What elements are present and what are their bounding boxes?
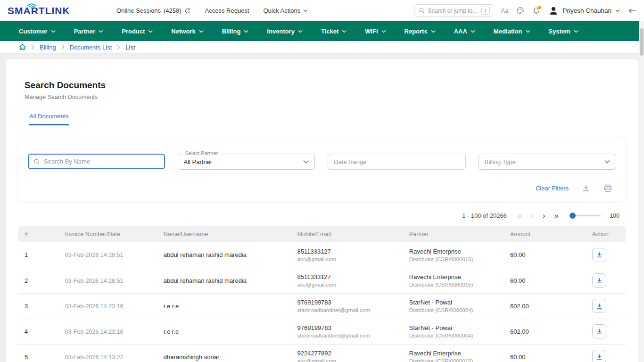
nav-item-label: Inventory <box>267 28 295 35</box>
nav-item-reports[interactable]: Reports <box>405 28 436 35</box>
download-document-button[interactable] <box>592 248 606 262</box>
next-page-button[interactable]: › <box>543 212 545 220</box>
first-page-button[interactable]: « <box>518 212 522 220</box>
download-document-button[interactable] <box>592 273 606 288</box>
nav-item-product[interactable]: Product <box>122 28 153 35</box>
refresh-icon[interactable] <box>184 8 191 14</box>
page-size-slider[interactable] <box>570 215 601 216</box>
billing-type-dropdown[interactable]: Billing Type <box>479 154 617 170</box>
table-row: 503-Feb-2026 14:13:22dharamshingh sonar9… <box>18 344 626 362</box>
nav-item-aaa[interactable]: AAA <box>454 28 475 35</box>
access-request-link[interactable]: Access Request <box>205 7 249 14</box>
mobile: 8511333127 <box>297 273 397 280</box>
nav-item-label: Mediation <box>494 28 522 35</box>
scrollbar-track[interactable] <box>639 21 644 362</box>
invoice-date: 03-Feb-2026 14:13:22 <box>65 354 124 361</box>
nav-item-label: Partner <box>74 28 96 35</box>
smartlink-logo[interactable]: SMARTLINK <box>8 5 90 16</box>
notifications-bell-icon[interactable] <box>532 7 540 15</box>
print-icon[interactable] <box>603 184 612 192</box>
nav-item-mediation[interactable]: Mediation <box>494 28 530 35</box>
nav-item-label: AAA <box>454 28 467 35</box>
cell-partner: Ravechi EnterpriseDistributor (CSR/00000… <box>404 268 504 293</box>
text-size-toggle[interactable]: Aa <box>501 7 509 14</box>
online-sessions-link[interactable]: Online Sessions (4258) <box>116 7 191 14</box>
partner-type: Distributor (CSR/0000015) <box>409 256 499 262</box>
search-icon <box>419 8 425 14</box>
cell-invoice-date: 03-Feb-2026 14:28:51 <box>59 242 158 268</box>
nav-item-partner[interactable]: Partner <box>74 28 104 35</box>
select-partner-dropdown[interactable]: Select Partner All Partner <box>178 154 315 170</box>
prev-page-button[interactable]: ‹ <box>531 212 534 220</box>
download-document-button[interactable] <box>592 324 606 338</box>
nav-item-label: Billing <box>222 28 241 35</box>
chevron-right-icon <box>61 45 65 49</box>
user-menu[interactable]: Priyesh Chauhan <box>548 6 620 16</box>
cell-invoice-date: 03-Feb-2026 14:28:51 <box>59 268 158 293</box>
home-icon[interactable] <box>19 44 26 50</box>
quick-actions-label: Quick Actions <box>263 7 300 14</box>
nav-item-system[interactable]: System <box>549 28 578 35</box>
customer-name: r.e r.e <box>164 303 179 310</box>
cell-name: abdul rehaman rashid maredia <box>158 268 292 293</box>
chevron-down-icon <box>574 30 578 33</box>
cell-partner: Ravechi EnterpriseDistributor (CSR/00000… <box>404 242 504 268</box>
chevron-down-icon <box>431 30 436 33</box>
cell-name: r.e r.e <box>158 319 292 344</box>
customer-name: dharamshingh sonar <box>164 354 220 361</box>
page-size-value: 100 <box>610 213 619 219</box>
table-body: 103-Feb-2026 14:28:51abdul rehaman rashi… <box>18 242 626 362</box>
table-header-row: #Invoice Number/DateName/UsernameMobile/… <box>18 226 626 242</box>
chevron-down-icon <box>148 30 153 33</box>
download-document-button[interactable] <box>592 350 606 362</box>
date-range-input[interactable] <box>328 154 466 170</box>
collapse-arrow-icon[interactable] <box>628 8 636 14</box>
nav-item-ticket[interactable]: Ticket <box>321 28 347 35</box>
clear-filters-button[interactable]: Clear Filters <box>536 185 569 192</box>
search-by-name-input[interactable] <box>44 158 159 165</box>
nav-item-billing[interactable]: Billing <box>222 28 249 35</box>
search-by-name-field[interactable] <box>28 154 165 169</box>
quick-actions-menu[interactable]: Quick Actions <box>263 7 308 14</box>
column-header: Mobile/Email <box>291 226 403 242</box>
select-partner-value: All Partner <box>184 158 213 165</box>
email: starbroadbandnet@gmail.com <box>297 333 397 338</box>
documents-table: #Invoice Number/DateName/UsernameMobile/… <box>18 226 626 362</box>
table-row: 403-Feb-2026 14:23:16r.e r.e9769199783st… <box>18 319 626 344</box>
nav-item-network[interactable]: Network <box>171 28 203 35</box>
breadcrumb-documents-list[interactable]: Documents List <box>70 44 112 51</box>
chevron-right-icon <box>117 45 120 49</box>
breadcrumb-billing[interactable]: Billing <box>40 44 56 51</box>
nav-item-label: WiFi <box>365 28 378 35</box>
chevron-down-icon <box>298 30 303 33</box>
nav-item-customer[interactable]: Customer <box>19 28 56 35</box>
customer-name: abdul rehaman rashid maredia <box>164 277 247 284</box>
amount: 60.00 <box>510 277 526 284</box>
nav-item-label: Ticket <box>321 28 339 35</box>
global-search-box[interactable]: / <box>414 4 493 17</box>
cell-partner: StarNet - PowaiDistributor (CSR/0000004) <box>404 293 504 319</box>
amount: 60.00 <box>510 251 526 258</box>
cell-name: dharamshingh sonar <box>158 344 292 362</box>
last-page-button[interactable]: » <box>554 212 559 220</box>
cell-action <box>586 293 626 319</box>
scrollbar-thumb[interactable] <box>640 28 644 56</box>
global-search-input[interactable] <box>428 8 478 14</box>
page-size-slider-handle[interactable] <box>570 213 576 219</box>
download-document-button[interactable] <box>592 299 606 313</box>
cell-name: r.e r.e <box>158 293 292 319</box>
partner-name: StarNet - Powai <box>409 299 499 306</box>
mobile: 8511333127 <box>297 248 397 255</box>
column-header: # <box>18 226 59 242</box>
nav-item-inventory[interactable]: Inventory <box>267 28 303 35</box>
partner-name: Ravechi Enterprise <box>409 248 499 255</box>
download-icon[interactable] <box>582 184 590 192</box>
email: starbroadbandnet@gmail.com <box>297 307 397 313</box>
invoice-date: 03-Feb-2026 14:28:51 <box>65 278 124 284</box>
partner-type: Distributor (CSR/0000004) <box>409 333 499 338</box>
cell-action <box>586 268 626 293</box>
tab-all-documents[interactable]: All Documents <box>29 113 69 125</box>
partner-type: Distributor (CSR/0000015) <box>409 282 499 288</box>
theme-palette-icon[interactable] <box>516 7 524 15</box>
nav-item-wifi[interactable]: WiFi <box>365 28 386 35</box>
